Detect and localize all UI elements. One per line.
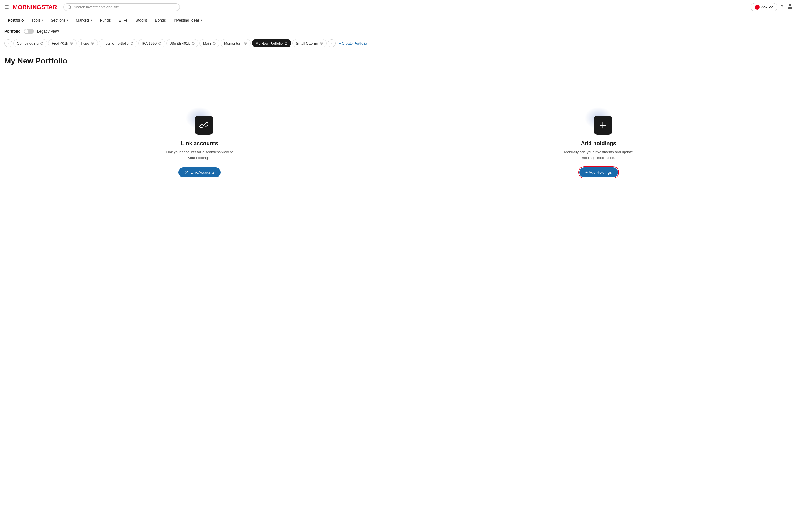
svg-line-1 [70,8,71,9]
page-title-section: My New Portfolio [0,50,798,70]
legacy-view-toggle[interactable] [24,29,34,34]
chevron-down-icon: ▾ [201,19,202,22]
nav-item-stocks[interactable]: Stocks [132,15,150,25]
page-title: My New Portfolio [4,57,794,65]
link-accounts-icon-box [194,116,213,135]
link-icon [199,120,209,130]
link-accounts-description: Link your accounts for a seamless view o… [164,149,235,161]
nav-item-etfs[interactable]: ETFs [115,15,131,25]
tab-fred-401k[interactable]: Fred 401k ⊙ [48,39,77,48]
add-holdings-btn-label: + Add Holdings [586,170,612,174]
tab-menu-icon[interactable]: ⊙ [244,41,247,45]
nav-item-investing-ideas[interactable]: Investing Ideas ▾ [170,15,206,25]
nav-item-portfolio[interactable]: Portfolio [4,15,27,25]
portfolio-tabs: ‹ CombinedBig ⊙ Fred 401k ⊙ hypo ⊙ Incom… [0,37,798,50]
portfolio-header: Portfolio Legacy View [0,26,798,37]
tab-jsmith-401k[interactable]: JSmith 401k ⊙ [166,39,198,48]
tab-small-cap-en[interactable]: Small Cap En ⊙ [292,39,326,48]
user-icon[interactable] [787,3,794,11]
tab-menu-icon[interactable]: ⊙ [130,41,134,45]
tab-menu-icon[interactable]: ⊙ [70,41,73,45]
nav-item-bonds[interactable]: Bonds [152,15,169,25]
tab-combined-big[interactable]: CombinedBig ⊙ [13,39,47,48]
tab-menu-icon[interactable]: ⊙ [320,41,323,45]
nav-right: Ask Mo ? [750,3,794,11]
tab-menu-icon[interactable]: ⊙ [158,41,162,45]
chevron-down-icon: ▾ [67,19,68,22]
tab-menu-icon[interactable]: ⊙ [191,41,195,45]
link-accounts-title: Link accounts [181,140,218,147]
chevron-down-icon: ▾ [91,19,92,22]
tab-income-portfolio[interactable]: Income Portfolio ⊙ [99,39,137,48]
portfolio-header-label: Portfolio [4,29,20,34]
tab-main[interactable]: Main ⊙ [200,39,220,48]
tab-my-new-portfolio[interactable]: My New Portfolio ⊙ [252,39,291,48]
hamburger-icon[interactable]: ☰ [4,4,9,10]
ask-mo-button[interactable]: Ask Mo [750,3,778,11]
nav-item-tools[interactable]: Tools ▾ [28,15,46,25]
link-accounts-panel: Link accounts Link your accounts for a s… [0,70,399,214]
tab-momentum[interactable]: Momentum ⊙ [221,39,251,48]
nav-item-markets[interactable]: Markets ▾ [73,15,96,25]
link-accounts-btn-label: Link Accounts [191,170,214,174]
nav-item-sections[interactable]: Sections ▾ [48,15,72,25]
tab-next-button[interactable]: › [328,39,336,47]
add-holdings-button[interactable]: + Add Holdings [580,167,618,177]
link-accounts-icon-wrapper [186,107,213,135]
add-holdings-icon-wrapper [585,107,612,135]
tab-menu-icon[interactable]: ⊙ [91,41,94,45]
tab-menu-icon[interactable]: ⊙ [212,41,216,45]
add-holdings-title: Add holdings [581,140,616,147]
search-icon [68,5,72,9]
chevron-down-icon: ▾ [41,19,43,22]
add-holdings-icon-box [593,116,612,135]
svg-point-2 [789,4,791,6]
tab-prev-button[interactable]: ‹ [4,39,12,47]
add-holdings-panel: Add holdings Manually add your investmen… [399,70,798,214]
search-bar[interactable]: Search investments and site... [63,3,180,11]
main-content: Link accounts Link your accounts for a s… [0,70,798,214]
help-icon[interactable]: ? [781,4,784,10]
link-btn-icon [185,170,188,174]
tab-hypo[interactable]: hypo ⊙ [78,39,98,48]
main-nav: Portfolio Tools ▾ Sections ▾ Markets ▾ F… [0,14,798,26]
top-nav: ☰ MORNINGSTAR Search investments and sit… [0,0,798,14]
create-portfolio-button[interactable]: + Create Portfolio [339,41,367,45]
add-holdings-description: Manually add your investments and update… [563,149,634,161]
tab-menu-icon[interactable]: ⊙ [284,41,288,45]
plus-icon [598,121,607,130]
tab-menu-icon[interactable]: ⊙ [40,41,43,45]
ask-mo-icon [755,5,760,10]
tab-ira-1999[interactable]: IRA 1999 ⊙ [138,39,166,48]
link-accounts-button[interactable]: Link Accounts [178,167,221,177]
ask-mo-label: Ask Mo [761,5,773,9]
search-placeholder: Search investments and site... [74,5,122,9]
nav-item-funds[interactable]: Funds [97,15,114,25]
logo[interactable]: MORNINGSTAR [13,4,57,11]
legacy-view-label: Legacy View [37,29,59,34]
